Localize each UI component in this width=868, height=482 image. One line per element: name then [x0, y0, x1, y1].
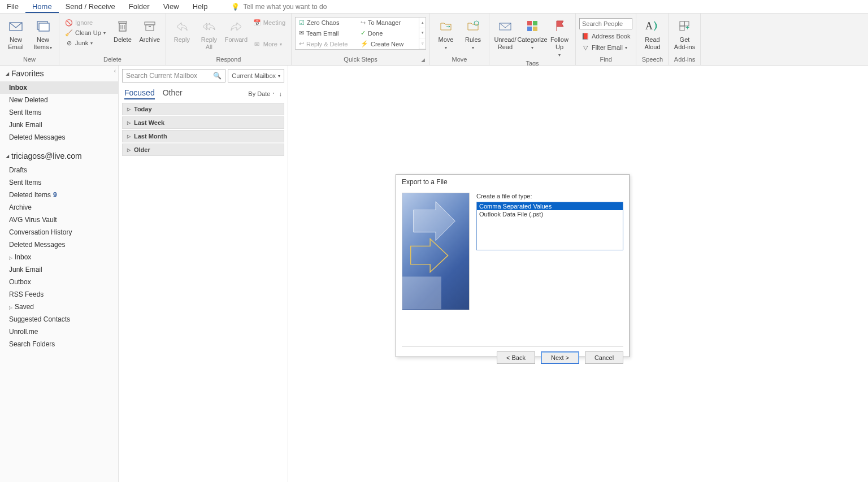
fav-folder-junk-email[interactable]: Junk Email	[0, 119, 118, 131]
folder-unroll.me[interactable]: Unroll.me	[0, 325, 118, 338]
cleanup-icon: 🧹	[65, 29, 73, 37]
folder-sent-items[interactable]: Sent Items	[0, 176, 118, 189]
qs-to-manager[interactable]: ↪To Manager	[357, 18, 419, 28]
forward-button[interactable]: Forward	[224, 17, 249, 45]
option-pst[interactable]: Outlook Data File (.pst)	[477, 210, 623, 218]
folder-suggested-contacts[interactable]: Suggested Contacts	[0, 313, 118, 325]
folder-avg-virus-vault[interactable]: AVG Virus Vault	[0, 214, 118, 226]
collapse-pane-button[interactable]: ‹	[114, 68, 116, 74]
qs-create-new[interactable]: ⚡Create New	[357, 38, 419, 49]
archive-button[interactable]: Archive	[137, 17, 162, 45]
account-header[interactable]: triciagoss@live.com	[0, 148, 118, 164]
meeting-icon: 📅	[253, 19, 261, 27]
sort-direction-button[interactable]: ↓	[279, 90, 283, 97]
tab-help[interactable]: Help	[186, 0, 215, 13]
folder-conversation-history[interactable]: Conversation History	[0, 226, 118, 238]
folder-archive[interactable]: Archive	[0, 201, 118, 214]
date-group-last-month[interactable]: Last Month	[122, 130, 284, 142]
folder-junk-email[interactable]: Junk Email	[0, 263, 118, 276]
folder-rss-feeds[interactable]: RSS Feeds	[0, 288, 118, 301]
tell-me-search[interactable]: 💡 Tell me what you want to do	[231, 3, 327, 11]
new-email-button[interactable]: New Email	[3, 17, 28, 52]
next-button[interactable]: Next >	[541, 351, 579, 364]
svg-text:+: +	[685, 24, 689, 32]
get-addins-button[interactable]: + Get Add-ins	[672, 17, 697, 52]
ignore-button[interactable]: 🚫Ignore	[63, 18, 108, 27]
search-people-input[interactable]	[579, 18, 632, 29]
svg-rect-7	[119, 21, 127, 23]
read-aloud-button[interactable]: A Read Aloud	[640, 17, 665, 52]
folder-search-folders[interactable]: Search Folders	[0, 338, 118, 350]
tab-view[interactable]: View	[157, 0, 186, 13]
folder-outbox[interactable]: Outbox	[0, 276, 118, 288]
new-items-label: New Items	[32, 36, 54, 51]
rules-button[interactable]: Rules▾	[461, 17, 485, 52]
sort-by-button[interactable]: By Date ˅	[248, 90, 274, 97]
dialog-launcher-icon[interactable]: ◢	[421, 57, 425, 63]
junk-button[interactable]: ⊘Junk▾	[63, 38, 108, 47]
filter-email-button[interactable]: ▽Filter Email▾	[579, 43, 632, 52]
folder-deleted-items[interactable]: Deleted Items9	[0, 189, 118, 201]
folder-deleted-messages[interactable]: Deleted Messages	[0, 238, 118, 251]
group-move: Move▾ Rules▾ Move	[430, 14, 489, 65]
ribbon-tabs: File Home Send / Receive Folder View Hel…	[0, 0, 868, 14]
lightning-icon: ⚡	[361, 40, 368, 47]
address-book-button[interactable]: 📕Address Book	[579, 32, 632, 41]
move-button[interactable]: Move▾	[433, 17, 458, 52]
dialog-title: Export to a File	[396, 175, 629, 189]
new-email-label: New Email	[5, 36, 27, 51]
tab-file[interactable]: File	[0, 0, 25, 13]
date-group-last-week[interactable]: Last Week	[122, 116, 284, 129]
favorites-header[interactable]: Favorites	[0, 66, 118, 81]
more-respond-button[interactable]: ✉More▾	[251, 40, 288, 49]
message-list-pane: Search Current Mailbox 🔍 Current Mailbox…	[119, 66, 288, 482]
qs-team-email[interactable]: ✉Team Email	[296, 28, 357, 39]
group-speech: A Read Aloud Speech	[636, 14, 669, 65]
tab-other[interactable]: Other	[163, 88, 183, 99]
cancel-button[interactable]: Cancel	[585, 351, 623, 364]
option-csv[interactable]: Comma Separated Values	[477, 202, 623, 210]
unread-read-button[interactable]: Unread/ Read	[493, 17, 518, 52]
folder-saved[interactable]: Saved	[0, 301, 118, 313]
qs-zero-chaos[interactable]: ☑Zero Chaos	[296, 18, 357, 28]
quick-steps-gallery[interactable]: ☑Zero Chaos ↪To Manager ✉Team Email ✓Don…	[295, 17, 426, 50]
date-group-older[interactable]: Older	[122, 144, 284, 156]
date-group-today[interactable]: Today	[122, 103, 284, 115]
search-scope-dropdown[interactable]: Current Mailbox▾	[228, 69, 284, 82]
reply-all-button[interactable]: Reply All	[197, 17, 222, 52]
meeting-button[interactable]: 📅Meeting	[251, 18, 288, 27]
fav-folder-new-deleted[interactable]: New Deleted	[0, 94, 118, 106]
file-type-listbox[interactable]: Comma Separated Values Outlook Data File…	[476, 202, 623, 250]
file-type-label: Create a file of type:	[476, 193, 623, 199]
folder-drafts[interactable]: Drafts	[0, 164, 118, 176]
tab-focused[interactable]: Focused	[124, 88, 155, 99]
follow-up-button[interactable]: Follow Up▾	[547, 17, 572, 60]
more-icon: ✉	[253, 40, 261, 48]
tab-home[interactable]: Home	[25, 0, 59, 13]
group-respond: Reply Reply All Forward 📅Meeting ✉More▾ …	[166, 14, 292, 65]
new-items-button[interactable]: New Items	[31, 17, 55, 52]
fav-folder-sent-items[interactable]: Sent Items	[0, 106, 118, 119]
delete-button[interactable]: Delete	[110, 17, 135, 45]
fav-folder-inbox[interactable]: Inbox	[0, 81, 118, 94]
cleanup-button[interactable]: 🧹Clean Up▾	[63, 28, 108, 37]
svg-text:A: A	[645, 20, 653, 32]
fav-folder-deleted-messages[interactable]: Deleted Messages	[0, 131, 118, 144]
back-button[interactable]: < Back	[497, 351, 535, 364]
addins-icon: +	[676, 18, 692, 34]
search-mailbox-input[interactable]: Search Current Mailbox 🔍	[122, 69, 225, 82]
qs-done[interactable]: ✓Done	[357, 28, 419, 39]
tab-folder[interactable]: Folder	[122, 0, 157, 13]
group-addins-label: Add-ins	[672, 56, 697, 64]
svg-rect-20	[680, 26, 684, 31]
group-speech-label: Speech	[640, 56, 665, 64]
folder-inbox[interactable]: Inbox	[0, 251, 118, 263]
qs-scroll-arrows[interactable]: ▴▾▿	[419, 18, 426, 49]
tab-send-receive[interactable]: Send / Receive	[59, 0, 122, 13]
address-book-icon: 📕	[581, 32, 589, 40]
qs-reply-delete[interactable]: ↩Reply & Delete	[296, 38, 357, 49]
svg-rect-2	[39, 23, 49, 31]
forward-icon	[228, 18, 244, 34]
categorize-button[interactable]: Categorize▾	[520, 17, 545, 52]
reply-button[interactable]: Reply	[170, 17, 194, 45]
